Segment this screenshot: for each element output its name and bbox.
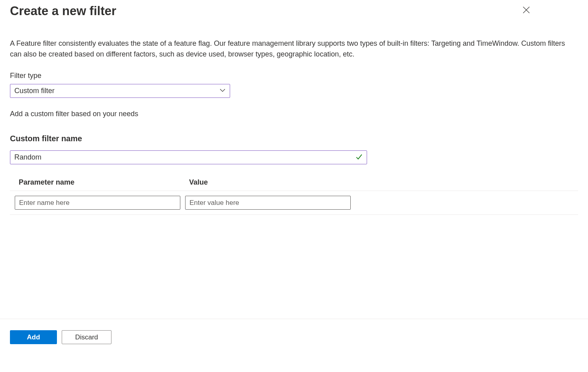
custom-filter-name-label: Custom filter name — [10, 134, 578, 143]
filter-type-value: Custom filter — [14, 87, 55, 95]
close-button[interactable] — [520, 4, 532, 17]
parameters-header-row: Parameter name Value — [10, 178, 578, 191]
parameter-value-input[interactable] — [185, 196, 351, 210]
chevron-down-icon — [219, 87, 226, 95]
discard-button[interactable]: Discard — [62, 330, 111, 344]
add-button[interactable]: Add — [10, 330, 57, 344]
parameter-name-input[interactable] — [15, 196, 180, 210]
filter-type-label: Filter type — [10, 72, 578, 80]
panel-header: Create a new filter — [10, 4, 578, 18]
close-icon — [523, 6, 530, 15]
panel-description: A Feature filter consistently evaluates … — [10, 38, 578, 60]
parameter-row — [10, 191, 578, 215]
panel-footer: Add Discard — [0, 319, 588, 344]
custom-filter-name-input[interactable] — [14, 153, 356, 162]
create-filter-panel: Create a new filter A Feature filter con… — [0, 0, 588, 372]
checkmark-icon — [356, 153, 363, 162]
filter-type-dropdown[interactable]: Custom filter — [10, 84, 230, 98]
parameter-name-column-header: Parameter name — [19, 178, 189, 187]
parameter-value-column-header: Value — [189, 178, 578, 187]
filter-type-helper: Add a custom filter based on your needs — [10, 110, 578, 118]
parameters-table: Parameter name Value — [10, 178, 578, 215]
custom-filter-name-field-wrap — [10, 150, 367, 164]
panel-title: Create a new filter — [10, 4, 116, 18]
